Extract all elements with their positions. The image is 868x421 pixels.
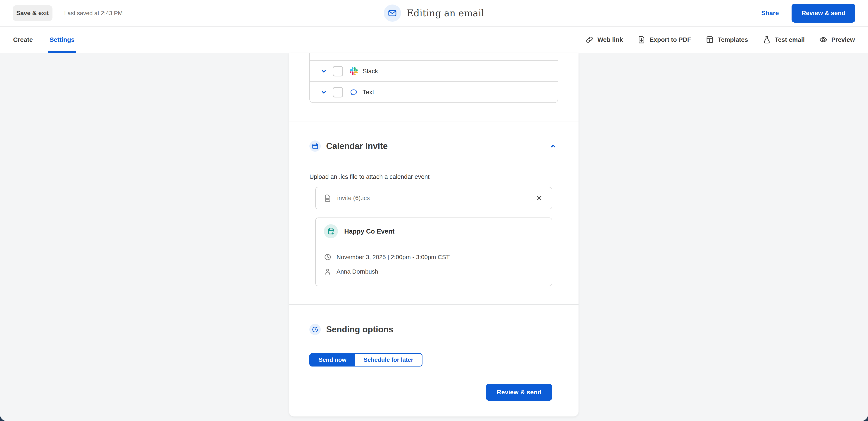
chevron-up-icon: [549, 142, 557, 150]
test-email-button[interactable]: Test email: [763, 35, 805, 44]
slack-icon: [350, 67, 358, 75]
preview-button[interactable]: Preview: [819, 35, 855, 44]
export-pdf-button[interactable]: Export to PDF: [637, 35, 691, 44]
header-actions: Share Review & send: [761, 4, 855, 23]
upload-instruction: Upload an .ics file to attach a calendar…: [309, 173, 558, 181]
page-title: Editing an email: [407, 8, 484, 19]
calendar-icon-bubble: [309, 140, 321, 152]
clock-arrow-icon: [312, 326, 319, 333]
schedule-icon-bubble: [309, 324, 321, 335]
tool-label: Templates: [718, 36, 748, 43]
close-icon: [535, 194, 543, 202]
slack-checkbox[interactable]: [333, 66, 343, 76]
calendar-plus-icon: [327, 227, 335, 235]
document-title-group: Editing an email: [384, 4, 484, 22]
event-organizer-row: Anna Dornbush: [324, 268, 544, 276]
clock-icon: [324, 253, 332, 261]
collapse-section-button[interactable]: [548, 141, 558, 151]
section-divider: [289, 121, 579, 121]
send-timing-toggle: Send now Schedule for later: [309, 353, 423, 366]
settings-scroll-area[interactable]: Slack Text: [0, 53, 868, 421]
app-window: Save & exit Last saved at 2:43 PM Editin…: [0, 0, 868, 421]
templates-button[interactable]: Templates: [706, 35, 748, 44]
export-pdf-icon: [637, 35, 646, 44]
calendar-invite-section: Calendar Invite Upload an .ics file to a…: [289, 140, 579, 286]
review-send-button-top[interactable]: Review & send: [792, 4, 855, 23]
email-icon-bubble: [384, 4, 401, 22]
chevron-down-icon[interactable]: [320, 88, 328, 96]
review-send-row: Review & send: [315, 384, 552, 401]
event-icon-bubble: [324, 224, 338, 238]
text-checkbox[interactable]: [333, 87, 343, 97]
templates-icon: [706, 35, 714, 44]
sms-icon: [350, 88, 358, 96]
toolbar: Web link Export to PDF Templates: [585, 35, 855, 44]
event-datetime-row: November 3, 2025 | 2:00pm - 3:00pm CST: [324, 253, 544, 261]
tool-label: Web link: [597, 36, 623, 43]
table-row-text: Text: [310, 82, 558, 102]
event-organizer: Anna Dornbush: [337, 268, 378, 275]
tab-bar: Create Settings Web link Export to PDF: [0, 27, 868, 53]
tab-settings[interactable]: Settings: [50, 27, 74, 53]
chevron-down-icon[interactable]: [320, 67, 328, 75]
channel-label: Slack: [363, 68, 378, 75]
eye-icon: [819, 35, 828, 44]
top-header: Save & exit Last saved at 2:43 PM Editin…: [0, 0, 868, 27]
send-now-option[interactable]: Send now: [310, 354, 355, 366]
section-divider: [289, 304, 579, 305]
section-title: Sending options: [326, 325, 394, 334]
tool-label: Test email: [775, 36, 805, 43]
calendar-invite-header: Calendar Invite: [309, 140, 558, 152]
sending-options-section: Sending options Send now Schedule for la…: [289, 324, 579, 401]
save-exit-button[interactable]: Save & exit: [13, 5, 53, 21]
review-send-button-bottom[interactable]: Review & send: [486, 384, 552, 401]
tab-create[interactable]: Create: [13, 27, 33, 53]
schedule-for-later-option[interactable]: Schedule for later: [355, 354, 422, 366]
section-title: Calendar Invite: [326, 141, 388, 151]
ics-file-field[interactable]: invite (6).ics: [315, 187, 552, 209]
person-icon: [324, 268, 332, 276]
event-header: Happy Co Event: [316, 218, 552, 245]
sending-options-header: Sending options: [309, 324, 558, 335]
calendar-event-card: Happy Co Event November 3, 2025 | 2:00pm…: [315, 218, 552, 286]
calendar-icon: [312, 143, 319, 150]
table-row-slack: Slack: [310, 60, 558, 82]
envelope-icon: [388, 8, 397, 18]
file-name: invite (6).ics: [337, 195, 370, 202]
share-button[interactable]: Share: [761, 9, 779, 17]
tool-label: Export to PDF: [650, 36, 691, 43]
channel-label: Text: [363, 89, 374, 96]
file-icon: [323, 194, 332, 202]
remove-file-button[interactable]: [534, 193, 544, 203]
event-datetime: November 3, 2025 | 2:00pm - 3:00pm CST: [337, 254, 450, 261]
channels-table: Slack Text: [309, 53, 558, 103]
last-saved-text: Last saved at 2:43 PM: [64, 10, 123, 17]
web-link-button[interactable]: Web link: [585, 35, 623, 44]
settings-panel: Slack Text: [289, 53, 579, 417]
link-icon: [585, 35, 594, 44]
event-name: Happy Co Event: [344, 228, 395, 235]
event-details: November 3, 2025 | 2:00pm - 3:00pm CST A…: [316, 245, 552, 286]
tool-label: Preview: [831, 36, 855, 43]
table-row-partial: [310, 53, 558, 60]
flask-icon: [763, 35, 771, 44]
